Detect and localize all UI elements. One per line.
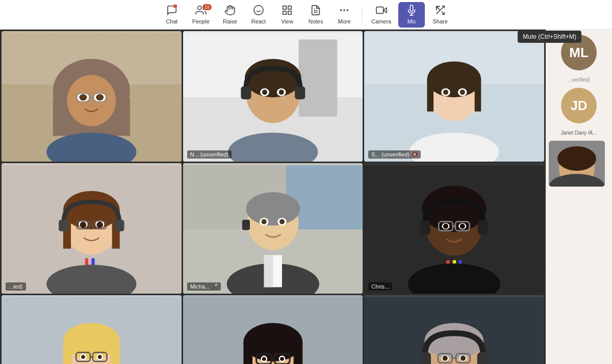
video-cell-4[interactable]: ...ied) <box>2 163 182 294</box>
svg-rect-125 <box>243 342 252 364</box>
svg-rect-16 <box>376 7 384 14</box>
notes-icon <box>310 5 321 17</box>
participant-9-video <box>364 295 544 364</box>
svg-line-21 <box>437 7 440 10</box>
raise-label: Raise <box>223 18 237 24</box>
sidebar-person-jd[interactable]: JD <box>549 88 609 123</box>
raise-button[interactable]: Raise <box>217 2 243 28</box>
toolbar: ! Chat 15 People Raise <box>0 0 612 30</box>
svg-point-2 <box>198 6 201 10</box>
notes-button[interactable]: Notes <box>302 2 329 28</box>
mic-active-5-icon: 🎤 <box>212 283 218 289</box>
video-cell-3[interactable]: S... (unverified) 🔇 <box>364 31 544 162</box>
video-cell-1[interactable] <box>2 31 182 162</box>
svg-point-150 <box>557 146 596 171</box>
svg-point-46 <box>278 90 284 95</box>
svg-point-85 <box>279 219 285 224</box>
video-cell-2[interactable]: N... (unverified) <box>183 31 363 162</box>
more-button[interactable]: More <box>331 2 358 28</box>
svg-text:!: ! <box>175 6 175 8</box>
notes-label: Notes <box>309 18 323 24</box>
camera-label: Camera <box>371 18 391 24</box>
svg-point-68 <box>80 222 87 228</box>
name-tag-3: S... (unverified) 🔇 <box>368 150 421 159</box>
svg-point-132 <box>262 357 266 361</box>
video-cell-7[interactable]: Ce... <box>2 295 182 364</box>
svg-point-14 <box>347 9 349 11</box>
svg-point-12 <box>340 9 342 11</box>
participant-3-name: S... (unverified) <box>371 151 410 158</box>
mic-label: Mic <box>407 18 416 24</box>
mic-icon <box>406 5 417 17</box>
svg-marker-15 <box>383 8 386 12</box>
svg-rect-126 <box>293 342 302 364</box>
sidebar-partial-person[interactable] <box>549 141 605 187</box>
video-cell-5[interactable]: Micha... 🎤 <box>183 163 363 294</box>
participant-7-video <box>2 295 182 364</box>
janet-name-text: Janet Dany /A... <box>560 130 597 136</box>
sidebar-unverified-label: ...verified) <box>549 74 609 84</box>
svg-point-145 <box>443 355 448 360</box>
participant-5-name: Micha... <box>190 283 210 290</box>
svg-point-61 <box>63 191 120 229</box>
participant-1-video <box>2 31 182 162</box>
toolbar-separator <box>362 7 362 22</box>
chat-button[interactable]: ! Chat <box>159 2 185 28</box>
mic-muted-3-icon: 🔇 <box>412 151 418 157</box>
svg-line-20 <box>442 12 445 15</box>
svg-rect-7 <box>288 6 291 9</box>
video-cell-9[interactable]: Katie... <box>364 295 544 364</box>
raise-icon <box>224 5 236 17</box>
svg-point-27 <box>67 75 116 126</box>
share-button[interactable]: Share <box>427 2 453 28</box>
name-tag-5: Micha... 🎤 <box>187 282 221 291</box>
svg-point-133 <box>280 357 284 361</box>
svg-rect-93 <box>478 220 488 235</box>
svg-rect-139 <box>477 352 488 364</box>
participant-4-name: ...ied) <box>9 283 23 290</box>
svg-point-69 <box>96 222 103 228</box>
participant-5-video <box>183 163 363 294</box>
name-tag-4: ...ied) <box>6 282 26 291</box>
video-area: N... (unverified) <box>0 30 546 364</box>
svg-rect-138 <box>420 352 431 364</box>
svg-point-51 <box>427 61 481 97</box>
svg-point-80 <box>246 192 300 225</box>
people-count-badge: 15 <box>202 4 212 10</box>
svg-point-99 <box>443 224 448 229</box>
name-tag-6: Chris... <box>368 282 392 291</box>
react-icon <box>253 5 264 17</box>
people-button[interactable]: 15 People <box>187 2 215 28</box>
participant-2-name: N... (unverified) <box>190 151 228 158</box>
participant-8-video <box>183 295 363 364</box>
video-cell-6[interactable]: Chris... <box>364 163 544 294</box>
avatar-ml-initials: ML <box>569 45 589 61</box>
react-button[interactable]: React <box>245 2 272 28</box>
svg-point-45 <box>262 90 267 95</box>
unverified-text: ...verified) <box>568 77 590 83</box>
video-cell-8[interactable]: Ce... 🎤 <box>183 295 363 364</box>
svg-rect-6 <box>283 6 286 9</box>
svg-point-57 <box>460 90 465 95</box>
svg-rect-53 <box>475 80 481 112</box>
participant-2-video <box>183 31 363 162</box>
svg-point-56 <box>443 90 448 95</box>
avatar-jd: JD <box>561 88 597 123</box>
name-tag-2: N... (unverified) <box>187 150 232 159</box>
camera-button[interactable]: Camera <box>366 2 396 28</box>
svg-rect-65 <box>115 220 124 231</box>
view-label: View <box>281 18 293 24</box>
svg-point-40 <box>245 59 301 97</box>
svg-point-3 <box>254 6 263 15</box>
svg-rect-41 <box>241 87 251 99</box>
svg-point-30 <box>79 94 87 101</box>
more-icon <box>339 5 350 17</box>
video-grid: N... (unverified) <box>0 30 546 364</box>
view-button[interactable]: View <box>274 2 300 28</box>
svg-rect-88 <box>264 255 273 287</box>
svg-rect-81 <box>242 220 250 230</box>
svg-rect-109 <box>111 341 120 364</box>
mic-button[interactable]: Mic <box>398 2 425 28</box>
svg-rect-9 <box>288 11 291 14</box>
avatar-jd-initials: JD <box>570 98 587 114</box>
